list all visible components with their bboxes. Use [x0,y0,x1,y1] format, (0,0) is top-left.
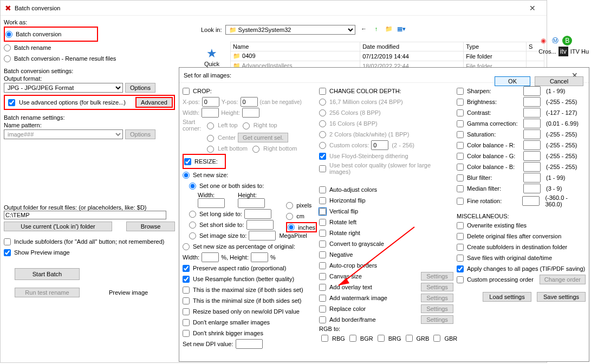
nav-icons: ← ↑ 📁 ▦▾ [359,25,407,34]
use-current-button[interactable]: Use current ('Look in') folder [4,222,112,231]
ok-button[interactable]: OK [495,76,530,86]
include-subfolders-row[interactable]: Include subfolders (for "Add all" button… [4,237,175,246]
radio-batch-conv-rename[interactable]: Batch conversion - Rename result files [4,54,175,63]
work-as-label: Work as: [4,19,175,25]
col-adjust-misc: Sharpen:(1 - 99) Brightness:(-255 - 255)… [457,85,586,303]
highlight-advanced: Use advanced options (for bulk resize...… [4,95,175,110]
radio-batch-rename[interactable]: Batch rename [4,43,175,53]
start-batch-button[interactable]: Start Batch [15,268,80,280]
crop-height-input[interactable] [242,108,259,118]
back-icon[interactable]: ← [360,25,368,34]
dialog-buttons: OK Cancel [495,76,583,86]
radio-batch-conversion[interactable]: Batch conversion [5,29,96,39]
highlight-inches[interactable]: inches [286,222,317,232]
adv-title: Set for all images: [184,72,231,79]
options-button[interactable]: Options [125,83,155,93]
resize-height-input[interactable] [238,198,265,208]
green-icon[interactable]: B [562,36,572,46]
cancel-button[interactable]: Cancel [535,76,583,86]
close-icon[interactable]: ✕ [523,3,542,14]
highlight-resize: RESIZE: [183,154,226,169]
app-icon: ✖ [5,4,11,12]
browse-button[interactable]: Browse [126,222,175,231]
left-panel: Work as: Batch conversion Batch rename B… [4,17,175,298]
crop-checkbox[interactable] [183,88,190,95]
lookin-row: Look in: 📁 System32System32 ← ↑ 📁 ▦▾ [201,25,407,35]
titlebar: ✖ Batch conversion ✕ [1,1,547,16]
col-color-transform: CHANGE COLOR DEPTH: 16,7 Million colors … [319,85,453,344]
mb-icon[interactable]: Ⓜ [550,36,560,46]
name-pattern-label: Name pattern: [4,122,175,128]
itv-icon[interactable]: itv [558,47,568,56]
get-current-sel-button[interactable]: Get current sel. [238,133,288,142]
br-settings-label: Batch rename settings: [4,114,175,121]
pattern-options-button[interactable]: Options [125,129,155,139]
views-icon[interactable]: ▦▾ [397,25,406,34]
advanced-button[interactable]: Advanced [135,97,173,108]
window-title: Batch conversion [15,5,60,11]
save-settings-button[interactable]: Save settings [537,292,586,302]
browser-icon[interactable]: ◉ [538,36,548,46]
show-preview-row[interactable]: Show Preview image [4,248,175,257]
lookin-select[interactable]: 📁 System32System32 [225,25,355,35]
new-folder-icon[interactable]: 📁 [385,25,393,34]
output-folder-label: Output folder for result files: (or plac… [4,204,175,211]
resize-width-input[interactable] [198,198,225,208]
highlight-batch-conv: Batch conversion [4,27,98,42]
canvas-settings-button[interactable]: Settings [421,272,453,281]
crop-width-input[interactable] [202,108,219,118]
ypos-input[interactable] [241,97,258,107]
use-advanced-checkbox[interactable] [8,99,15,106]
bc-settings-label: Batch conversion settings: [4,68,175,74]
set-for-all-window: Set for all images: ✕ CROP: X-pos: Y-pos… [179,67,589,362]
output-folder-input[interactable] [4,211,166,219]
change-order-button[interactable]: Change order [540,275,586,284]
preview-image-label: Preview image [109,289,148,296]
output-format-select[interactable]: JPG - JPG/JPEG Format [4,83,123,93]
up-icon[interactable]: ↑ [372,25,381,34]
col-date[interactable]: Date modified [360,42,464,51]
run-test-button[interactable]: Run test rename [15,288,80,297]
table-row[interactable]: 📁 040907/12/2019 14:44File folder [231,51,544,61]
output-format-label: Output format: [4,75,175,82]
xpos-input[interactable] [202,97,219,107]
name-pattern-input[interactable]: image### [4,129,123,139]
file-list[interactable]: NameDate modifiedTypeS 📁 040907/12/2019 … [230,42,544,71]
col-type[interactable]: Type [464,42,527,51]
resize-checkbox[interactable] [184,158,191,165]
star-icon: ★ [196,47,228,61]
col-name[interactable]: Name [231,42,360,51]
lookin-label: Look in: [201,27,222,33]
use-advanced-label: Use advanced options (for bulk resize...… [19,99,126,106]
col-crop-resize: CROP: X-pos: Y-pos: (can be negative) Wi… [183,85,317,350]
misc-label: MISCELLANEOUS: [457,213,586,219]
ccd-checkbox[interactable] [319,88,326,95]
desktop-icons: ◉ⓂB Cros...itvITV Hu [538,36,589,56]
load-settings-button[interactable]: Load settings [483,292,531,302]
new-dpi-input[interactable] [236,339,263,349]
